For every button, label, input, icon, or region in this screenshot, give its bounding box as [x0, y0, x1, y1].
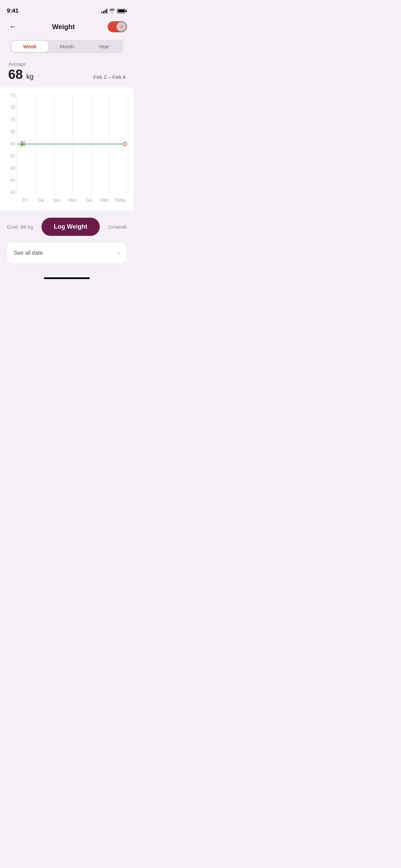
page-title: Weight — [52, 23, 75, 31]
signal-icon — [101, 9, 107, 13]
y-label-66: 66 — [7, 166, 15, 171]
x-label-mon: Mon — [65, 198, 81, 203]
time-display: 9:41 — [7, 8, 19, 14]
weight-unit: kg — [26, 73, 34, 80]
y-label-64: 64 — [7, 178, 15, 183]
tabs: Week Month Year — [10, 40, 123, 53]
chart-inner: 🎉 Fri Sat Sun Mon Tue Wed Today — [17, 93, 128, 205]
tab-month[interactable]: Month — [48, 41, 85, 52]
status-icons — [101, 8, 127, 14]
back-button[interactable]: ← — [7, 21, 19, 33]
back-arrow-icon: ← — [9, 22, 17, 31]
wifi-icon — [109, 8, 115, 14]
status-bar: 9:41 — [0, 0, 134, 17]
home-bar — [44, 277, 90, 279]
goal-label: Goal: 68 kg — [7, 224, 33, 230]
tab-year[interactable]: Year — [85, 41, 122, 52]
x-label-wed: Wed — [96, 198, 112, 203]
toggle-thumb: ↗ — [117, 22, 126, 32]
y-label-68: 68 — [7, 142, 15, 146]
trend-icon: ↗ — [120, 24, 123, 29]
x-label-fri: Fri — [17, 198, 33, 203]
stats-left: Average 68 kg — [8, 61, 34, 82]
see-all-text: See all data — [14, 250, 43, 256]
see-all-card[interactable]: See all data › — [7, 243, 127, 264]
home-indicator-area — [0, 270, 134, 282]
battery-icon — [117, 9, 127, 13]
y-label-72: 72 — [7, 105, 15, 110]
svg-point-1 — [123, 142, 126, 146]
y-axis: 73 72 70 69 68 67 66 64 63 — [7, 93, 17, 205]
log-weight-button[interactable]: Log Weight — [41, 218, 100, 236]
tracking-toggle[interactable]: ↗ — [108, 21, 127, 32]
stats-label: Average — [8, 61, 34, 67]
header: ← Weight ↗ — [0, 17, 134, 38]
x-axis: Fri Sat Sun Mon Tue Wed Today — [17, 195, 128, 205]
x-label-today: Today — [112, 198, 128, 203]
y-label-70: 70 — [7, 117, 15, 122]
chart-svg — [17, 93, 128, 195]
y-label-73: 73 — [7, 93, 15, 98]
action-row: Goal: 68 kg Log Weight 1x/week — [7, 218, 127, 236]
chevron-right-icon: › — [118, 250, 120, 257]
tab-week[interactable]: Week — [11, 41, 48, 52]
bottom-section: Goal: 68 kg Log Weight 1x/week See all d… — [0, 211, 134, 270]
x-label-sun: Sun — [49, 198, 65, 203]
chart-area: 73 72 70 69 68 67 66 64 63 🎉 — [7, 93, 128, 205]
tabs-container: Week Month Year — [0, 38, 134, 59]
frequency-label: 1x/week — [108, 224, 127, 230]
stats-value: 68 kg — [8, 68, 34, 82]
chart-container: 73 72 70 69 68 67 66 64 63 🎉 — [0, 87, 134, 211]
x-label-tue: Tue — [81, 198, 96, 203]
x-label-sat: Sat — [33, 198, 49, 203]
weight-number: 68 — [8, 67, 23, 82]
date-range: Feb 2 – Feb 8 — [94, 74, 125, 80]
y-label-67: 67 — [7, 154, 15, 158]
stats-section: Average 68 kg Feb 2 – Feb 8 — [0, 59, 134, 87]
y-label-63: 63 — [7, 190, 15, 195]
y-label-69: 69 — [7, 129, 15, 134]
